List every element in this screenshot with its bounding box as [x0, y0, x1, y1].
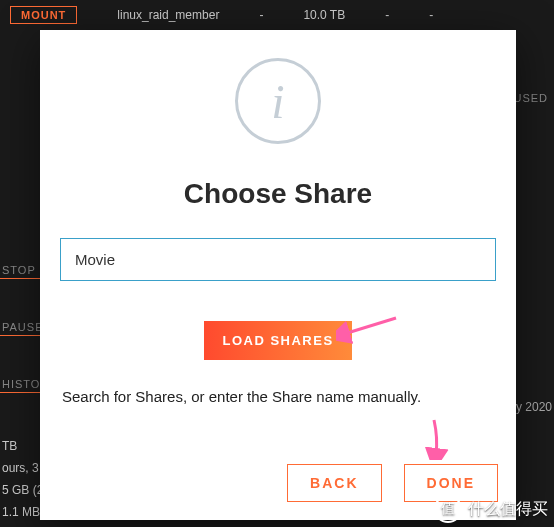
device-row: MOUNT linux_raid_member - 10.0 TB - -	[0, 0, 554, 30]
used-column-header: USED	[513, 92, 548, 104]
year-snippet: y 2020	[516, 400, 552, 414]
mount-button[interactable]: MOUNT	[10, 6, 77, 24]
cell-dash: -	[385, 8, 389, 22]
dialog-title: Choose Share	[184, 178, 372, 210]
watermark-text: 什么值得买	[468, 499, 548, 520]
load-shares-button[interactable]: LOAD SHARES	[204, 321, 351, 360]
info-icon: i	[235, 58, 321, 144]
watermark-badge: 值	[434, 495, 462, 523]
size-label: 10.0 TB	[303, 8, 345, 22]
cell-dash: -	[259, 8, 263, 22]
helper-text: Search for Shares, or enter the Share na…	[62, 388, 421, 405]
fs-type-label: linux_raid_member	[117, 8, 219, 22]
share-name-input[interactable]	[60, 238, 496, 281]
choose-share-dialog: i Choose Share LOAD SHARES Search for Sh…	[40, 30, 516, 520]
cell-dash: -	[429, 8, 433, 22]
watermark: 值 什么值得买	[434, 495, 548, 523]
back-button[interactable]: BACK	[287, 464, 381, 502]
